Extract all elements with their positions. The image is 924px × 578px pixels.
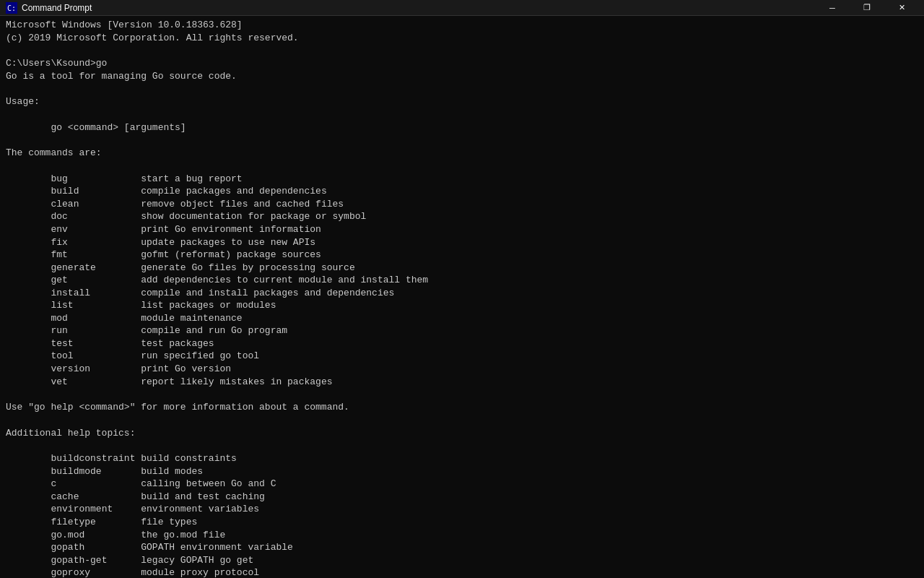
- terminal-line: goproxy module proxy protocol: [6, 566, 918, 578]
- terminal-line: Use "go help <command>" for more informa…: [6, 401, 918, 414]
- terminal-line: The commands are:: [6, 147, 918, 160]
- terminal-line: fix update packages to use new APIs: [6, 236, 918, 249]
- terminal-line: Microsoft Windows [Version 10.0.18363.62…: [6, 19, 918, 32]
- terminal-line: tool run specified go tool: [6, 350, 918, 363]
- terminal-line: list list packages or modules: [6, 299, 918, 312]
- terminal-line: [6, 44, 918, 57]
- terminal-line: buildmode build modes: [6, 465, 918, 478]
- terminal-line: c calling between Go and C: [6, 478, 918, 491]
- terminal-line: get add dependencies to current module a…: [6, 274, 918, 287]
- terminal-line: run compile and run Go program: [6, 324, 918, 337]
- terminal-content: Microsoft Windows [Version 10.0.18363.62…: [6, 19, 918, 578]
- terminal-line: gopath-get legacy GOPATH go get: [6, 554, 918, 567]
- terminal-line: vet report likely mistakes in packages: [6, 376, 918, 389]
- terminal-line: C:\Users\Ksound>go: [6, 57, 918, 70]
- terminal-line: Go is a tool for managing Go source code…: [6, 70, 918, 83]
- svg-text:C:: C:: [7, 4, 16, 12]
- terminal-line: bug start a bug report: [6, 173, 918, 186]
- terminal-line: [6, 134, 918, 147]
- terminal-line: Usage:: [6, 95, 918, 108]
- terminal-line: (c) 2019 Microsoft Corporation. All righ…: [6, 32, 918, 45]
- terminal-line: [6, 388, 918, 401]
- title-bar-left: C: Command Prompt: [6, 2, 92, 14]
- minimize-button[interactable]: ─: [816, 0, 849, 16]
- terminal-line: fmt gofmt (reformat) package sources: [6, 249, 918, 262]
- restore-button[interactable]: ❐: [850, 0, 884, 16]
- title-bar-controls: ─ ❐ ✕: [816, 0, 918, 16]
- close-button[interactable]: ✕: [885, 0, 918, 16]
- terminal-line: gopath GOPATH environment variable: [6, 541, 918, 554]
- terminal-line: cache build and test caching: [6, 491, 918, 504]
- terminal-line: go.mod the go.mod file: [6, 529, 918, 542]
- terminal-line: clean remove object files and cached fil…: [6, 198, 918, 211]
- terminal-line: test test packages: [6, 337, 918, 350]
- terminal-line: mod module maintenance: [6, 312, 918, 325]
- terminal-line: environment environment variables: [6, 503, 918, 516]
- terminal-line: generate generate Go files by processing…: [6, 262, 918, 275]
- terminal-line: buildconstraint build constraints: [6, 452, 918, 465]
- terminal-line: [6, 108, 918, 121]
- terminal-line: env print Go environment information: [6, 223, 918, 236]
- terminal-line: [6, 439, 918, 452]
- terminal-line: [6, 160, 918, 173]
- terminal-line: install compile and install packages and…: [6, 287, 918, 300]
- terminal-line: go <command> [arguments]: [6, 121, 918, 134]
- terminal-line: [6, 82, 918, 95]
- title-bar: C: Command Prompt ─ ❐ ✕: [0, 0, 924, 16]
- terminal-line: doc show documentation for package or sy…: [6, 210, 918, 223]
- terminal-line: build compile packages and dependencies: [6, 185, 918, 198]
- window-title: Command Prompt: [22, 3, 92, 13]
- terminal-line: Additional help topics:: [6, 427, 918, 440]
- terminal-window: Microsoft Windows [Version 10.0.18363.62…: [0, 16, 924, 578]
- terminal-line: [6, 414, 918, 427]
- cmd-icon: C:: [6, 2, 17, 14]
- terminal-line: version print Go version: [6, 363, 918, 376]
- terminal-line: filetype file types: [6, 516, 918, 529]
